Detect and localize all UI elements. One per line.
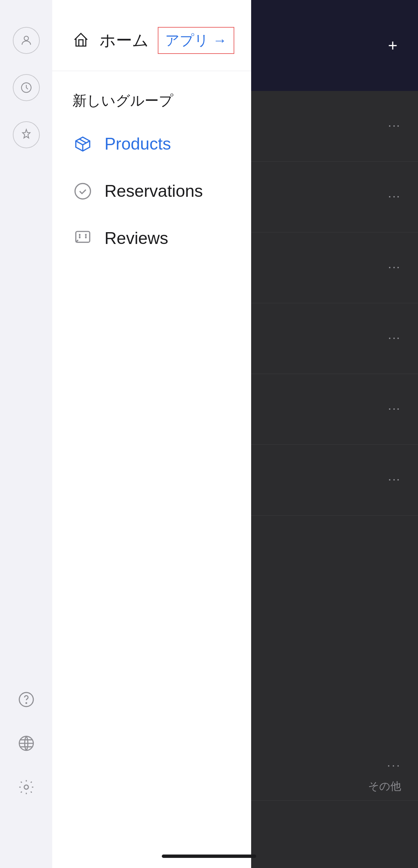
sidebar-bottom	[13, 686, 40, 868]
sidebar-language-button[interactable]	[13, 730, 40, 757]
svg-point-8	[75, 183, 90, 199]
row-menu-1[interactable]: ⋮	[387, 120, 401, 133]
menu-item-products[interactable]: Products	[52, 120, 251, 167]
home-nav-item[interactable]: ホーム	[72, 30, 149, 51]
svg-point-3	[26, 703, 26, 703]
reservations-label: Reservations	[104, 181, 203, 201]
products-icon	[72, 134, 93, 154]
row-menu-2[interactable]: ⋮	[387, 191, 401, 204]
user-icon	[20, 34, 33, 47]
clock-icon	[20, 81, 33, 94]
sidebar-recent-button[interactable]	[13, 74, 40, 101]
row-menu-4[interactable]: ⋮	[387, 332, 401, 345]
row-menu-5[interactable]: ⋮	[387, 403, 401, 416]
reviews-icon	[72, 228, 93, 248]
app-link-button[interactable]: アプリ →	[158, 27, 234, 54]
ellipsis-horizontal-icon[interactable]: ···	[387, 758, 401, 772]
sidebar	[0, 0, 52, 868]
settings-icon	[18, 779, 35, 796]
app-link-label: アプリ →	[165, 31, 227, 50]
add-icon: +	[388, 37, 397, 54]
group-label: 新しいグループ	[52, 71, 251, 120]
reviews-label: Reviews	[104, 228, 168, 248]
sidebar-settings-button[interactable]	[13, 774, 40, 801]
svg-point-7	[24, 785, 28, 789]
menu-item-reviews[interactable]: Reviews	[52, 215, 251, 262]
globe-icon	[18, 735, 35, 752]
sidebar-help-button[interactable]	[13, 686, 40, 713]
row-menu-6[interactable]: ⋮	[387, 474, 401, 487]
menu-item-reservations[interactable]: Reservations	[52, 167, 251, 215]
add-button[interactable]: +	[381, 34, 405, 57]
home-row: ホーム アプリ →	[52, 0, 251, 71]
help-icon	[18, 691, 35, 708]
other-label: その他	[368, 779, 401, 794]
menu-panel: ホーム アプリ → 新しいグループ Products Reserva	[52, 0, 251, 868]
pin-icon	[20, 128, 33, 141]
home-indicator	[162, 855, 256, 858]
products-label: Products	[104, 134, 171, 154]
svg-point-0	[24, 36, 28, 40]
home-icon	[72, 31, 89, 50]
row-menu-3[interactable]: ⋮	[387, 261, 401, 274]
reservations-icon	[72, 181, 93, 201]
home-label: ホーム	[99, 30, 149, 51]
sidebar-pinned-button[interactable]	[13, 121, 40, 148]
sidebar-user-button[interactable]	[13, 27, 40, 54]
